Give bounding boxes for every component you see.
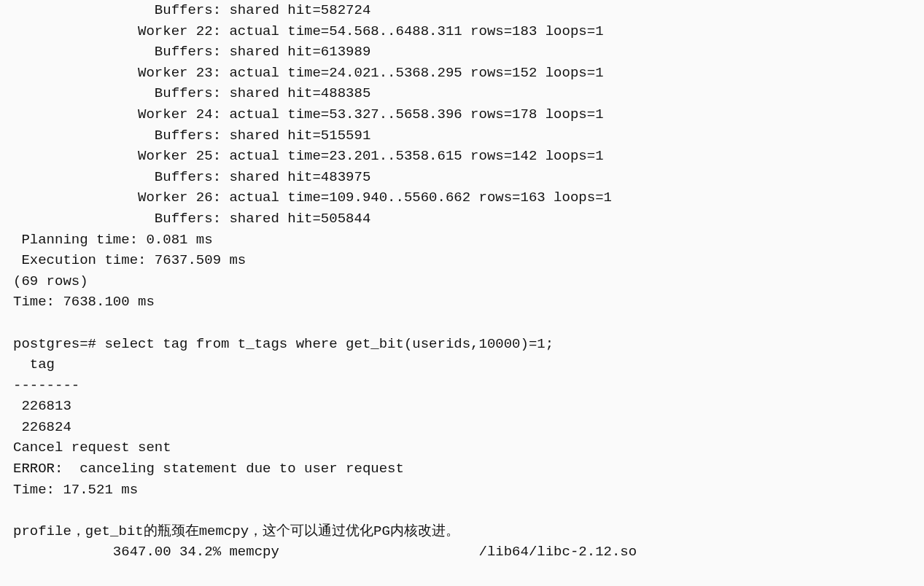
output-line: -------- (13, 378, 79, 394)
output-line: Planning time: 0.081 ms (13, 232, 213, 248)
output-line: Execution time: 7637.509 ms (13, 252, 246, 268)
output-line: Buffers: shared hit=483975 (13, 169, 370, 185)
output-line: Worker 22: actual time=54.568..6488.311 … (13, 23, 604, 39)
output-line: Buffers: shared hit=488385 (13, 85, 370, 101)
output-line: postgres=# select tag from t_tags where … (13, 336, 554, 352)
output-line: Worker 24: actual time=53.327..5658.396 … (13, 106, 604, 122)
output-line: Cancel request sent (13, 440, 171, 456)
db-explain-output: Buffers: shared hit=582724 Worker 22: ac… (0, 0, 924, 563)
output-line: profile，get_bit的瓶颈在memcpy，这个可以通过优化PG内核改进… (13, 523, 459, 539)
output-line: Buffers: shared hit=613989 (13, 44, 370, 60)
output-line: Buffers: shared hit=505844 (13, 211, 370, 227)
output-line: 3647.00 34.2% memcpy /lib64/libc-2.12.so (13, 544, 637, 560)
output-line: Buffers: shared hit=582724 (13, 2, 370, 18)
output-line: (69 rows) (13, 273, 88, 289)
output-line: Time: 17.521 ms (13, 482, 138, 498)
output-line: Worker 26: actual time=109.940..5560.662… (13, 190, 612, 206)
output-line: Worker 25: actual time=23.201..5358.615 … (13, 148, 604, 164)
output-line: 226813 (13, 398, 71, 414)
output-line: ERROR: canceling statement due to user r… (13, 461, 404, 477)
output-line: Worker 23: actual time=24.021..5368.295 … (13, 65, 604, 81)
output-line: Time: 7638.100 ms (13, 294, 155, 310)
output-line: Buffers: shared hit=515591 (13, 128, 370, 144)
output-line: 226824 (13, 419, 71, 435)
output-line: tag (13, 356, 79, 372)
